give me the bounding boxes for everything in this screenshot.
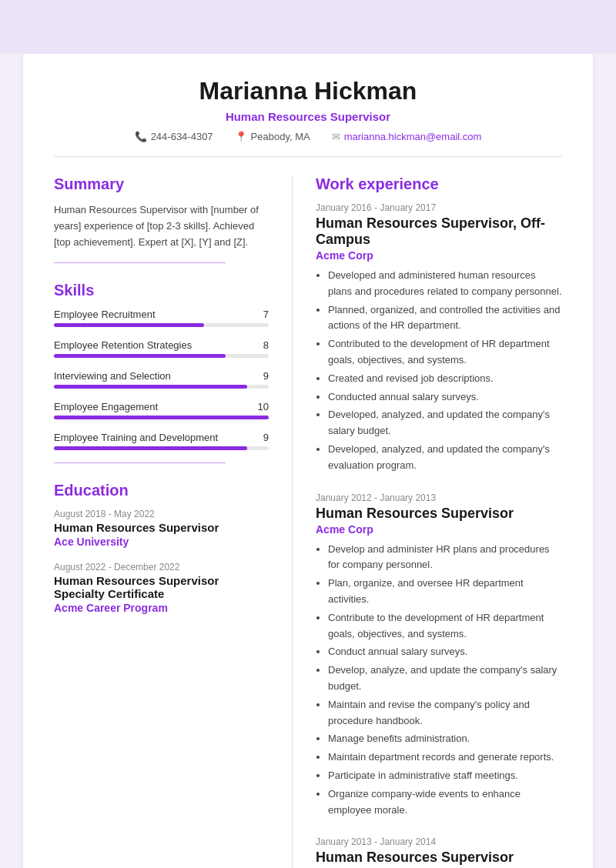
skills-title: Skills <box>54 282 269 299</box>
work-bullet: Maintain department records and generate… <box>328 749 562 766</box>
edu-dates: August 2018 - May 2022 <box>54 509 269 519</box>
skill-bar-fill <box>54 416 269 419</box>
work-experience-list: January 2016 - January 2017 Human Resour… <box>316 202 562 868</box>
candidate-name: Marianna Hickman <box>54 77 562 105</box>
edu-degree: Human Resources Supervisor Specialty Cer… <box>54 574 269 600</box>
email-text: marianna.hickman@email.com <box>344 131 482 142</box>
work-bullet: Conducted annual salary surveys. <box>328 389 562 406</box>
work-bullet: Developed, analyzed, and updated the com… <box>328 407 562 439</box>
summary-text: Human Resources Supervisor with [number … <box>54 202 269 250</box>
edu-school: Acme Career Program <box>54 602 269 614</box>
work-entry: January 2016 - January 2017 Human Resour… <box>316 202 562 474</box>
skill-score: 7 <box>263 309 269 320</box>
skill-bar-bg <box>54 446 269 450</box>
skill-score: 9 <box>263 432 269 443</box>
work-title: Human Resources Supervisor, Off-Campus <box>316 215 562 248</box>
top-banner <box>0 0 616 54</box>
work-experience-title: Work experience <box>316 175 562 193</box>
phone-icon: 📞 <box>135 131 147 142</box>
skill-bar-bg <box>54 385 269 389</box>
skill-name: Employee Engagement <box>54 401 158 412</box>
left-column: Summary Human Resources Supervisor with … <box>54 175 293 868</box>
work-company: Acme Corp <box>316 249 562 262</box>
work-bullet: Maintain and revise the company's policy… <box>328 697 562 729</box>
work-title: Human Resources Supervisor <box>316 506 562 522</box>
work-bullet: Developed and administered human resourc… <box>328 268 562 300</box>
skill-score: 9 <box>263 370 269 382</box>
skill-item: Employee Training and Development 9 <box>54 432 269 450</box>
header-section: Marianna Hickman Human Resources Supervi… <box>54 77 562 157</box>
work-bullet: Manage benefits administration. <box>328 731 562 747</box>
email-contact: ✉ marianna.hickman@email.com <box>332 131 482 142</box>
main-content: Summary Human Resources Supervisor with … <box>54 175 562 868</box>
phone-number: 244-634-4307 <box>151 131 213 142</box>
work-entry: January 2013 - January 2014 Human Resour… <box>316 836 562 868</box>
skill-name: Employee Recruitment <box>54 309 156 320</box>
skill-bar-fill <box>54 354 226 358</box>
skill-name: Employee Training and Development <box>54 432 218 443</box>
skill-bar-fill <box>54 446 247 450</box>
skill-bar-fill <box>54 323 204 327</box>
header-contact: 📞 244-634-4307 📍 Peabody, MA ✉ marianna.… <box>54 131 562 142</box>
skill-bar-fill <box>54 385 247 389</box>
work-company: Acme Corp <box>316 523 562 536</box>
skills-list: Employee Recruitment 7 Employee Retentio… <box>54 309 269 450</box>
work-dates: January 2016 - January 2017 <box>316 202 562 213</box>
skill-score: 10 <box>258 401 269 412</box>
skill-name: Employee Retention Strategies <box>54 339 192 351</box>
work-bullet: Developed, analyzed, and updated the com… <box>328 442 562 474</box>
work-bullet: Organize company-wide events to enhance … <box>328 786 562 819</box>
work-bullet: Develop and administer HR plans and proc… <box>328 542 562 574</box>
work-entry: January 2012 - January 2013 Human Resour… <box>316 492 562 819</box>
education-entry: August 2018 - May 2022 Human Resources S… <box>54 509 269 548</box>
education-title: Education <box>54 482 269 499</box>
work-bullets: Developed and administered human resourc… <box>316 268 562 474</box>
skill-item: Employee Engagement 10 <box>54 401 269 419</box>
work-bullet: Contributed to the development of HR dep… <box>328 336 562 369</box>
work-dates: January 2012 - January 2013 <box>316 492 562 503</box>
right-column: Work experience January 2016 - January 2… <box>293 175 562 868</box>
location-text: Peabody, MA <box>251 131 310 142</box>
location-icon: 📍 <box>235 131 247 142</box>
skill-item: Employee Retention Strategies 8 <box>54 339 269 358</box>
work-bullet: Contribute to the development of HR depa… <box>328 610 562 643</box>
summary-title: Summary <box>54 175 269 193</box>
phone-contact: 📞 244-634-4307 <box>135 131 213 142</box>
edu-degree: Human Resources Supervisor <box>54 521 269 534</box>
education-entry: August 2022 - December 2022 Human Resour… <box>54 562 269 614</box>
skill-bar-bg <box>54 416 269 419</box>
work-bullet: Conduct annual salary surveys. <box>328 644 562 660</box>
skill-item: Interviewing and Selection 9 <box>54 370 269 389</box>
skill-bar-bg <box>54 354 269 358</box>
work-dates: January 2013 - January 2014 <box>316 836 562 847</box>
candidate-title: Human Resources Supervisor <box>54 110 562 123</box>
email-icon: ✉ <box>332 131 340 142</box>
work-bullet: Plan, organize, and oversee HR departmen… <box>328 576 562 608</box>
skill-score: 8 <box>263 339 269 351</box>
skill-bar-bg <box>54 323 269 327</box>
work-bullet: Develop, analyze, and update the company… <box>328 663 562 695</box>
education-list: August 2018 - May 2022 Human Resources S… <box>54 509 269 614</box>
skills-divider <box>54 462 226 463</box>
work-title: Human Resources Supervisor <box>316 850 562 866</box>
work-bullet: Participate in administrative staff meet… <box>328 768 562 784</box>
work-bullets: Develop and administer HR plans and proc… <box>316 542 562 819</box>
skill-item: Employee Recruitment 7 <box>54 309 269 327</box>
location-contact: 📍 Peabody, MA <box>235 131 310 142</box>
work-bullet: Created and revised job descriptions. <box>328 371 562 387</box>
skill-name: Interviewing and Selection <box>54 370 171 382</box>
edu-dates: August 2022 - December 2022 <box>54 562 269 573</box>
resume-card: Marianna Hickman Human Resources Supervi… <box>23 54 593 868</box>
edu-school: Ace University <box>54 536 269 548</box>
work-bullet: Planned, organized, and controlled the a… <box>328 302 562 335</box>
summary-divider <box>54 262 226 263</box>
